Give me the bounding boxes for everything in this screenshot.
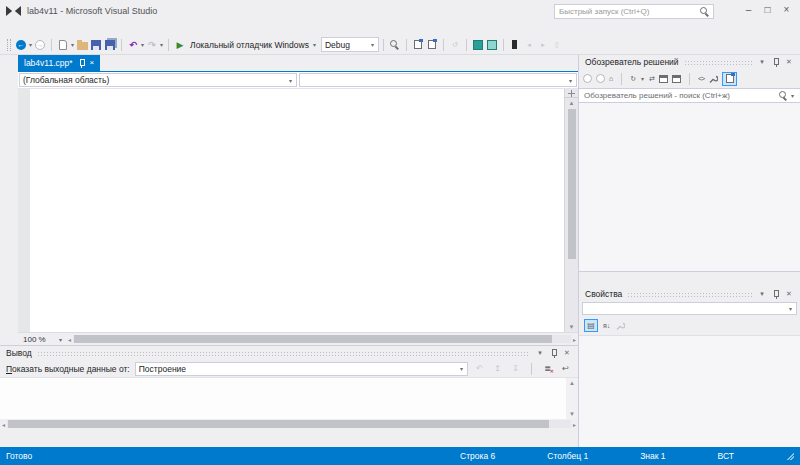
categorized-view-button[interactable]: ▤ — [584, 319, 598, 332]
toolbar-grip[interactable] — [7, 39, 11, 51]
solution-explorer-search-box[interactable]: Обозреватель решений - поиск (Ctrl+ж) ▾ — [579, 88, 800, 103]
output-horizontal-scrollbar[interactable]: ◂ ▸ — [0, 419, 578, 429]
scrollbar-thumb[interactable] — [568, 109, 576, 259]
undo-last-action-button[interactable]: ↺ — [448, 38, 462, 52]
maximize-button[interactable]: □ — [758, 2, 777, 18]
find-message-icon[interactable]: ↶ — [473, 364, 486, 373]
save-all-button[interactable] — [103, 38, 117, 52]
close-button[interactable]: × — [777, 2, 796, 18]
output-source-select[interactable]: Построение ▾ — [135, 362, 468, 376]
new-file-button[interactable] — [56, 38, 70, 52]
toggle-bookmark-button[interactable] — [508, 38, 522, 52]
search-icon[interactable] — [779, 91, 788, 100]
clear-bookmarks-button[interactable]: ▯ — [550, 38, 564, 52]
redo-button[interactable]: ↷ — [145, 38, 159, 52]
scroll-right-icon[interactable]: ▸ — [573, 336, 576, 343]
indent-increase-button[interactable] — [411, 38, 425, 52]
pin-icon[interactable] — [550, 349, 557, 358]
code-editor[interactable]: ▲ ▼ — [18, 89, 578, 332]
scrollbar-thumb[interactable] — [74, 335, 552, 343]
scroll-up-icon[interactable]: ▲ — [569, 378, 575, 388]
editor-horizontal-scrollbar[interactable] — [73, 335, 571, 343]
configuration-select[interactable]: Debug ▾ — [321, 37, 379, 52]
close-icon[interactable]: ✕ — [784, 58, 794, 66]
navigate-backward-button[interactable]: ← — [14, 38, 28, 52]
debug-target-dropdown-icon[interactable]: ▾ — [313, 41, 316, 48]
forward-circle-icon[interactable] — [596, 74, 605, 83]
properties-window-icon[interactable] — [659, 75, 668, 83]
previous-message-icon[interactable]: ↥ — [491, 364, 504, 373]
back-circle-icon[interactable] — [583, 74, 592, 83]
new-file-dropdown-icon[interactable]: ▾ — [71, 41, 74, 48]
close-icon[interactable]: ✕ — [562, 349, 572, 357]
open-file-button[interactable] — [75, 38, 89, 52]
output-vertical-scrollbar[interactable]: ▲ ▼ — [566, 378, 578, 419]
comment-icon — [473, 40, 483, 50]
next-bookmark-button[interactable]: ▸ — [536, 38, 550, 52]
undo-dropdown-icon[interactable]: ▾ — [141, 41, 144, 48]
scrollbar-track[interactable] — [7, 420, 571, 428]
output-title-bar[interactable]: Вывод ▾ ✕ — [0, 346, 578, 360]
window-position-icon[interactable]: ▾ — [535, 349, 545, 357]
home-icon[interactable]: ⌂ — [609, 75, 613, 82]
scroll-up-icon[interactable]: ▲ — [569, 98, 575, 108]
redo-dropdown-icon[interactable]: ▾ — [160, 41, 163, 48]
navigate-forward-button[interactable]: → — [33, 38, 47, 52]
preview-selected-items-icon[interactable] — [672, 75, 681, 83]
toolbar-separator — [406, 39, 407, 51]
comment-button[interactable] — [471, 38, 485, 52]
pin-icon[interactable] — [772, 290, 779, 299]
properties-title-bar[interactable]: Свойства ▾ ✕ — [579, 287, 800, 301]
pin-icon[interactable] — [772, 58, 779, 67]
uncomment-button[interactable] — [485, 38, 499, 52]
zoom-dropdown-icon: ▾ — [59, 336, 62, 343]
word-wrap-icon[interactable]: ↩ — [559, 364, 572, 373]
find-in-files-button[interactable] — [388, 38, 402, 52]
sync-with-active-document-icon[interactable]: ⇄ — [649, 75, 655, 83]
start-debug-button[interactable]: ▶ — [173, 38, 187, 52]
scroll-left-icon[interactable]: ◂ — [68, 336, 71, 343]
next-message-icon[interactable]: ↧ — [509, 364, 522, 373]
switch-views-icon[interactable]: ↻ — [630, 75, 636, 83]
save-button[interactable] — [89, 38, 103, 52]
editor-vertical-scrollbar[interactable]: ▲ ▼ — [564, 89, 578, 332]
resize-grip[interactable] — [786, 452, 794, 460]
zoom-level-select[interactable]: 100 % ▾ — [20, 333, 66, 345]
close-icon[interactable]: ✕ — [784, 290, 794, 298]
output-content[interactable]: ▲ ▼ — [0, 377, 578, 419]
navigate-backward-dropdown-icon[interactable]: ▾ — [29, 41, 32, 48]
debug-target-label[interactable]: Локальный отладчик Windows — [190, 40, 309, 50]
undo-button[interactable]: ↶ — [126, 38, 140, 52]
switch-views-dropdown-icon[interactable]: ▾ — [641, 75, 644, 82]
scroll-down-icon[interactable]: ▼ — [569, 409, 575, 419]
document-tab[interactable]: lab4v11.cpp* × — [18, 55, 100, 71]
solution-explorer-title-bar[interactable]: Обозреватель решений ▾ ✕ — [579, 55, 800, 69]
member-dropdown[interactable]: ▾ — [299, 73, 577, 87]
search-icon[interactable] — [700, 7, 709, 16]
scroll-left-icon[interactable]: ◂ — [2, 421, 5, 428]
search-dropdown-icon[interactable]: ▾ — [791, 92, 794, 99]
scrollbar-thumb[interactable] — [8, 420, 549, 428]
editor-splitter-handle[interactable] — [565, 89, 578, 98]
window-position-icon[interactable]: ▾ — [757, 58, 767, 66]
status-state: Готово — [6, 451, 32, 461]
quick-launch-box[interactable]: Быстрый запуск (Ctrl+Q) — [554, 4, 714, 19]
view-code-icon[interactable]: <> — [698, 75, 704, 82]
bottom-panel-tabs — [0, 429, 578, 447]
clear-all-icon[interactable]: ≣ — [541, 364, 554, 373]
scroll-down-icon[interactable]: ▼ — [569, 322, 575, 332]
scroll-right-icon[interactable]: ▸ — [573, 421, 576, 428]
close-tab-icon[interactable]: × — [90, 59, 95, 67]
indent-decrease-button[interactable] — [425, 38, 439, 52]
alphabetical-sort-button[interactable]: я↓ — [603, 322, 610, 329]
previous-bookmark-button[interactable]: ◂ — [522, 38, 536, 52]
scope-dropdown[interactable]: (Глобальная область) ▾ — [19, 73, 297, 87]
code-area[interactable] — [18, 89, 564, 332]
minimize-button[interactable]: – — [739, 2, 758, 18]
property-pages-icon[interactable] — [615, 317, 625, 335]
properties-object-select[interactable]: ▾ — [582, 302, 797, 315]
window-position-icon[interactable]: ▾ — [757, 290, 767, 298]
pin-icon[interactable] — [78, 59, 85, 68]
properties-wrench-icon[interactable] — [708, 70, 718, 88]
show-all-files-button[interactable] — [722, 72, 737, 86]
